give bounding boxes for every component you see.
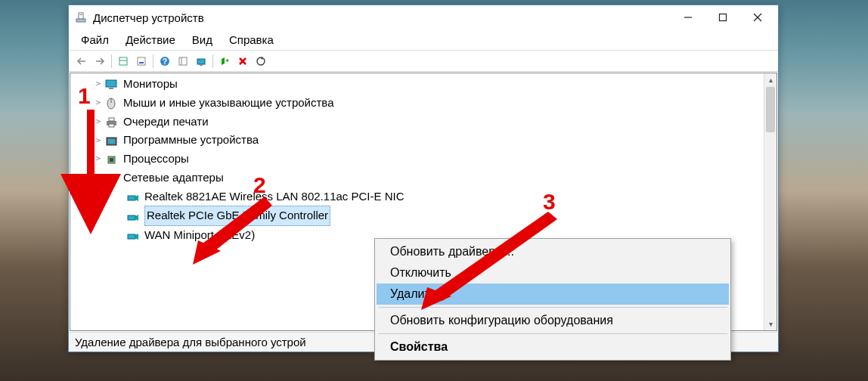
menu-help[interactable]: Справка — [222, 31, 281, 48]
titlebar[interactable]: Диспетчер устройств — [69, 5, 778, 29]
mouse-icon — [105, 97, 119, 109]
refresh-button[interactable] — [253, 53, 269, 70]
svg-text:?: ? — [163, 57, 167, 66]
svg-rect-13 — [179, 57, 187, 65]
ctx-separator — [378, 307, 727, 308]
monitor-icon — [105, 78, 119, 90]
ctx-remove[interactable]: Удалить — [377, 283, 729, 305]
tree-node-software[interactable]: > Программные устройства — [72, 131, 762, 150]
svg-rect-10 — [139, 62, 144, 64]
printer-icon — [105, 116, 119, 128]
uninstall-button[interactable] — [234, 53, 251, 70]
tree-node-mice[interactable]: > Мыши и иные указывающие устройства — [72, 94, 762, 113]
network-adapter-icon — [126, 190, 140, 203]
vertical-scrollbar[interactable]: ▴ ▾ — [764, 73, 777, 330]
maximize-button[interactable] — [705, 6, 740, 29]
ctx-disable[interactable]: Отключить — [377, 262, 729, 283]
tree-node-netadapters[interactable]: ⌄ Сетевые адаптеры — [72, 169, 762, 187]
svg-rect-26 — [109, 124, 114, 127]
chevron-down-icon[interactable]: ⌄ — [93, 171, 104, 184]
toolbar-btn-1[interactable] — [115, 53, 132, 70]
scroll-thumb[interactable] — [766, 87, 775, 132]
status-text: Удаление драйвера для выбранного устрой — [75, 336, 306, 348]
ctx-separator — [378, 333, 727, 334]
enable-button[interactable] — [216, 53, 233, 70]
scan-hardware-icon[interactable] — [193, 53, 209, 70]
tree-node-adapter-realtek-wlan[interactable]: > Realtek 8821AE Wireless LAN 802.11ac P… — [72, 187, 762, 206]
forward-button[interactable] — [91, 53, 108, 70]
menu-view[interactable]: Вид — [184, 31, 220, 48]
window-title: Диспетчер устройств — [93, 11, 671, 24]
svg-rect-28 — [108, 139, 115, 144]
svg-rect-30 — [110, 158, 113, 162]
chevron-right-icon[interactable]: > — [93, 77, 104, 91]
toolbar: ? — [69, 51, 778, 72]
ctx-properties[interactable]: Свойства — [377, 336, 729, 358]
context-menu: Обновить драйверы... Отключить Удалить О… — [374, 238, 731, 361]
tree-node-printqueues[interactable]: > Очереди печати — [72, 113, 762, 132]
svg-rect-4 — [720, 14, 727, 21]
chevron-right-icon[interactable]: > — [93, 96, 104, 110]
svg-rect-31 — [107, 177, 114, 181]
chevron-right-icon[interactable]: > — [93, 134, 104, 147]
scroll-down-button[interactable]: ▾ — [764, 318, 777, 330]
back-button[interactable] — [73, 53, 90, 70]
svg-rect-21 — [109, 88, 113, 89]
ctx-scan-hardware[interactable]: Обновить конфигурацию оборудования — [377, 310, 729, 331]
svg-rect-33 — [128, 215, 135, 220]
svg-point-19 — [257, 57, 265, 65]
tree-node-adapter-realtek-gbe[interactable]: > Realtek PCIe GbE Family Controller — [72, 206, 762, 226]
tree-node-processors[interactable]: > Процессоры — [72, 150, 762, 169]
network-adapter-icon — [126, 210, 140, 222]
toolbar-btn-2[interactable] — [133, 53, 150, 70]
close-button[interactable] — [740, 6, 775, 29]
processor-icon — [105, 153, 119, 165]
svg-rect-20 — [106, 80, 116, 87]
svg-rect-2 — [80, 14, 82, 15]
help-button[interactable]: ? — [157, 53, 173, 70]
chevron-right-icon[interactable]: > — [93, 152, 104, 166]
app-icon — [75, 11, 87, 23]
svg-rect-34 — [128, 234, 135, 239]
svg-rect-16 — [200, 64, 203, 66]
svg-rect-7 — [119, 57, 127, 65]
minimize-button[interactable] — [671, 6, 705, 29]
network-adapter-icon — [126, 229, 140, 241]
menu-file[interactable]: Файл — [73, 31, 116, 48]
software-device-icon — [105, 135, 119, 147]
network-adapter-icon — [105, 172, 119, 184]
svg-rect-25 — [109, 118, 114, 121]
chevron-right-icon[interactable]: > — [93, 115, 104, 129]
svg-rect-15 — [197, 59, 205, 64]
svg-rect-0 — [76, 19, 85, 22]
menu-action[interactable]: Действие — [118, 31, 183, 48]
scroll-up-button[interactable]: ▴ — [764, 73, 777, 86]
svg-rect-1 — [79, 13, 83, 19]
svg-rect-32 — [128, 196, 135, 200]
toolbar-btn-3[interactable] — [175, 53, 191, 70]
menubar: Файл Действие Вид Справка — [69, 29, 778, 51]
tree-node-monitors[interactable]: > Мониторы — [72, 75, 762, 94]
ctx-update-drivers[interactable]: Обновить драйверы... — [377, 241, 729, 262]
svg-rect-9 — [138, 57, 145, 65]
